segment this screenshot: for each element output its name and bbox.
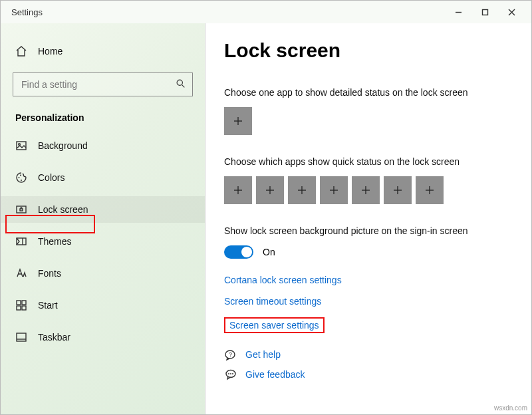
svg-rect-13 bbox=[17, 238, 26, 245]
home-nav[interactable]: Home bbox=[1, 38, 205, 65]
settings-window: Settings Home Personalization bbox=[0, 0, 532, 415]
svg-point-7 bbox=[19, 144, 21, 146]
sidebar-item-label: Lock screen bbox=[38, 204, 88, 215]
quick-status-row bbox=[224, 176, 513, 204]
add-quick-app-button[interactable] bbox=[288, 176, 316, 204]
sidebar-item-fonts[interactable]: Fonts bbox=[1, 260, 205, 287]
lock-screen-icon bbox=[15, 204, 27, 215]
highlight-box-screen-saver: Screen saver settings bbox=[224, 317, 325, 333]
help-icon: ? bbox=[224, 348, 237, 361]
add-quick-app-button[interactable] bbox=[320, 176, 348, 204]
svg-rect-17 bbox=[22, 306, 26, 310]
sidebar-item-label: Taskbar bbox=[38, 332, 70, 343]
detailed-status-row bbox=[224, 107, 513, 135]
detailed-status-label: Choose one app to show detailed status o… bbox=[224, 87, 513, 98]
svg-rect-12 bbox=[20, 209, 23, 211]
main-content: Lock screen Choose one app to show detai… bbox=[205, 23, 531, 414]
feedback-icon bbox=[224, 368, 237, 381]
svg-rect-18 bbox=[17, 333, 26, 341]
sidebar-item-colors[interactable]: Colors bbox=[1, 164, 205, 191]
category-heading: Personalization bbox=[1, 108, 205, 132]
svg-rect-1 bbox=[482, 9, 487, 15]
taskbar-icon bbox=[15, 331, 27, 343]
page-title: Lock screen bbox=[224, 39, 513, 62]
screen-timeout-link[interactable]: Screen timeout settings bbox=[224, 296, 321, 307]
home-label: Home bbox=[38, 46, 63, 57]
sidebar-item-label: Start bbox=[38, 300, 58, 311]
add-quick-app-button[interactable] bbox=[352, 176, 380, 204]
picture-icon bbox=[15, 140, 27, 152]
sidebar-item-taskbar[interactable]: Taskbar bbox=[1, 324, 205, 350]
start-icon bbox=[15, 299, 27, 311]
maximize-button[interactable] bbox=[471, 3, 498, 21]
cortana-settings-link[interactable]: Cortana lock screen settings bbox=[224, 275, 342, 285]
svg-line-5 bbox=[182, 85, 185, 88]
minimize-button[interactable] bbox=[445, 3, 471, 21]
sidebar-item-label: Colors bbox=[38, 172, 65, 183]
watermark: wsxdn.com bbox=[494, 404, 527, 412]
titlebar: Settings bbox=[1, 1, 531, 23]
search-box[interactable] bbox=[13, 72, 193, 96]
svg-point-40 bbox=[230, 373, 231, 374]
svg-rect-15 bbox=[22, 301, 26, 305]
screen-saver-link[interactable]: Screen saver settings bbox=[229, 320, 319, 331]
themes-icon bbox=[15, 235, 27, 247]
sidebar-item-themes[interactable]: Themes bbox=[1, 228, 205, 255]
svg-point-39 bbox=[228, 373, 229, 374]
give-feedback-link[interactable]: Give feedback bbox=[245, 369, 305, 380]
add-quick-app-button[interactable] bbox=[384, 176, 412, 204]
close-button[interactable] bbox=[498, 3, 525, 21]
sidebar-item-label: Fonts bbox=[38, 268, 61, 279]
svg-point-4 bbox=[177, 80, 182, 85]
svg-point-10 bbox=[21, 180, 22, 181]
nav-list: Background Colors Lock screen Themes Fon… bbox=[1, 132, 205, 350]
signin-picture-label: Show lock screen background picture on t… bbox=[224, 225, 513, 236]
add-quick-app-button[interactable] bbox=[224, 176, 252, 204]
window-title: Settings bbox=[11, 7, 43, 17]
svg-rect-14 bbox=[17, 301, 21, 305]
fonts-icon bbox=[15, 267, 27, 279]
window-body: Home Personalization Background Colors bbox=[1, 23, 531, 414]
toggle-state-label: On bbox=[263, 247, 275, 257]
sidebar-item-label: Background bbox=[38, 140, 88, 151]
sidebar-item-label: Themes bbox=[38, 236, 72, 247]
palette-icon bbox=[15, 172, 27, 184]
get-help-link[interactable]: Get help bbox=[245, 349, 281, 360]
add-detailed-app-button[interactable] bbox=[224, 107, 252, 135]
quick-status-label: Choose which apps show quick status on t… bbox=[224, 156, 513, 167]
search-input[interactable] bbox=[20, 78, 176, 90]
search-icon bbox=[176, 78, 186, 90]
home-icon bbox=[15, 45, 27, 57]
svg-point-41 bbox=[232, 373, 233, 374]
sidebar: Home Personalization Background Colors bbox=[1, 23, 205, 414]
sidebar-item-background[interactable]: Background bbox=[1, 132, 205, 159]
add-quick-app-button[interactable] bbox=[416, 176, 444, 204]
add-quick-app-button[interactable] bbox=[256, 176, 284, 204]
svg-point-9 bbox=[20, 175, 21, 176]
sidebar-item-lock-screen[interactable]: Lock screen bbox=[1, 196, 205, 223]
svg-rect-16 bbox=[17, 306, 21, 310]
signin-picture-toggle[interactable] bbox=[224, 245, 253, 259]
svg-text:?: ? bbox=[229, 351, 232, 358]
sidebar-item-start[interactable]: Start bbox=[1, 292, 205, 319]
svg-point-8 bbox=[19, 177, 20, 178]
